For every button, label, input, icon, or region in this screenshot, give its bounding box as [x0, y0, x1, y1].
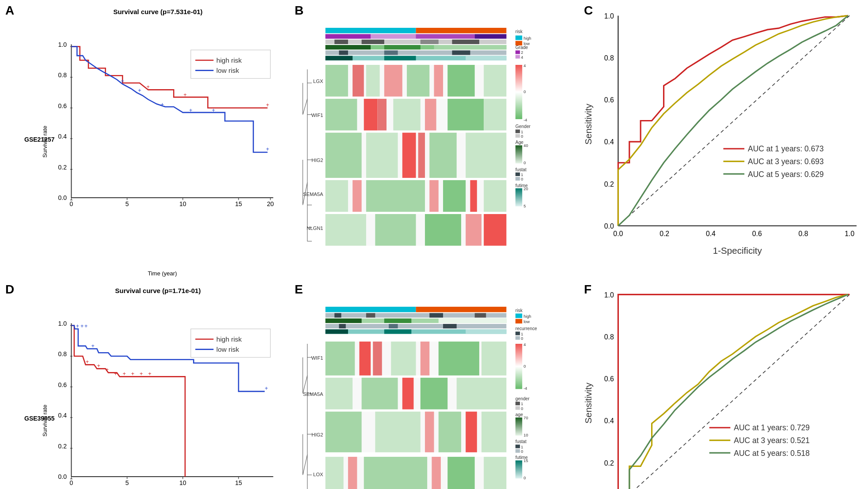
svg-rect-118: [515, 55, 520, 58]
svg-rect-225: [326, 342, 355, 376]
svg-text:HIG2: HIG2: [311, 432, 323, 437]
svg-rect-71: [447, 65, 474, 97]
svg-text:10: 10: [179, 200, 186, 207]
svg-text:+: +: [140, 370, 143, 377]
svg-line-307: [618, 295, 849, 489]
panel-d-label: D: [5, 282, 14, 297]
svg-text:gender: gender: [515, 396, 530, 401]
svg-rect-132: [515, 177, 520, 181]
svg-text:0: 0: [523, 476, 526, 481]
panel-a-title: Survival curve (p=7.531e-01): [31, 4, 285, 15]
heatmap-svg-e: WIF1 SEMA5A HIG2: [294, 286, 574, 489]
svg-rect-111: [515, 65, 522, 119]
panel-a-label: A: [5, 4, 14, 18]
svg-text:+: +: [189, 107, 193, 113]
svg-text:+: +: [106, 366, 109, 373]
svg-text:0.2: 0.2: [660, 230, 669, 237]
svg-rect-78: [326, 99, 357, 131]
roc-svg-f: Sensitivity 1-Specificity 0.0 0.2 0.4 0.…: [583, 286, 864, 489]
svg-rect-67: [434, 65, 443, 97]
svg-text:0.0: 0.0: [613, 230, 623, 237]
svg-rect-233: [362, 378, 398, 410]
svg-rect-247: [432, 457, 440, 489]
svg-rect-243: [481, 412, 506, 452]
svg-text:0.8: 0.8: [58, 71, 67, 79]
svg-text:20: 20: [523, 187, 528, 191]
svg-text:5: 5: [523, 204, 526, 208]
svg-rect-121: [515, 129, 520, 133]
svg-text:0.0: 0.0: [58, 473, 67, 480]
svg-rect-60: [326, 56, 353, 60]
panel-b: B: [289, 0, 579, 279]
svg-text:low risk: low risk: [216, 346, 239, 353]
svg-text:40: 40: [523, 143, 528, 148]
svg-rect-57: [384, 50, 398, 55]
svg-text:+: +: [148, 370, 152, 377]
svg-rect-61: [384, 56, 416, 60]
svg-rect-234: [421, 378, 447, 410]
svg-rect-44: [416, 34, 475, 38]
svg-text:+: +: [122, 370, 126, 377]
panel-b-label: B: [295, 4, 303, 18]
svg-text:0.4: 0.4: [706, 230, 716, 237]
svg-rect-285: [515, 449, 520, 453]
svg-rect-107: [515, 35, 522, 40]
svg-text:high: high: [523, 314, 531, 319]
svg-rect-104: [375, 214, 416, 246]
svg-text:high risk: high risk: [216, 56, 242, 64]
svg-text:1.0: 1.0: [604, 12, 614, 20]
svg-rect-97: [443, 180, 466, 212]
svg-rect-248: [326, 457, 344, 489]
svg-text:1.0: 1.0: [58, 41, 67, 48]
svg-rect-227: [439, 342, 479, 376]
svg-rect-283: [515, 445, 520, 448]
svg-text:+: +: [161, 101, 164, 108]
svg-rect-76: [377, 99, 386, 131]
svg-text:0.2: 0.2: [58, 164, 67, 171]
svg-text:+: +: [212, 107, 216, 113]
svg-text:+: +: [84, 323, 88, 329]
svg-text:0.8: 0.8: [798, 230, 808, 237]
svg-text:+: +: [138, 87, 141, 94]
svg-text:0.6: 0.6: [604, 375, 614, 383]
svg-rect-241: [375, 412, 420, 452]
svg-text:-4: -4: [523, 387, 527, 391]
svg-rect-231: [402, 378, 414, 410]
svg-text:0.8: 0.8: [604, 333, 614, 341]
svg-rect-222: [360, 342, 371, 376]
svg-text:10: 10: [179, 480, 186, 487]
svg-text:HIG2: HIG2: [311, 158, 323, 163]
svg-rect-75: [364, 99, 378, 131]
svg-text:0.6: 0.6: [58, 381, 67, 388]
svg-text:1: 1: [521, 173, 523, 177]
svg-text:1-Specificity: 1-Specificity: [713, 245, 762, 256]
svg-rect-116: [515, 50, 520, 54]
svg-text:+: +: [131, 370, 135, 377]
svg-text:0: 0: [70, 480, 73, 487]
svg-text:0: 0: [521, 134, 523, 139]
svg-text:AUC at 1 years: 0.673: AUC at 1 years: 0.673: [748, 144, 824, 153]
svg-rect-88: [429, 133, 456, 178]
svg-text:0.2: 0.2: [604, 181, 614, 188]
svg-rect-210: [384, 319, 411, 323]
roc-svg-c: Sensitivity 1-Specificity 0.0 0.2 0.4 0.…: [583, 7, 864, 277]
svg-text:2: 2: [521, 50, 523, 55]
svg-rect-98: [484, 180, 506, 212]
svg-rect-288: [515, 461, 522, 479]
svg-text:+: +: [147, 83, 150, 90]
svg-rect-196: [191, 329, 270, 357]
svg-text:+: +: [91, 342, 95, 349]
svg-text:AUC at 3 years: 0.521: AUC at 3 years: 0.521: [734, 436, 810, 445]
svg-rect-249: [364, 457, 427, 489]
svg-text:0.6: 0.6: [604, 96, 614, 104]
svg-rect-274: [515, 402, 520, 405]
svg-text:15: 15: [235, 200, 242, 207]
svg-rect-239: [466, 412, 477, 452]
svg-text:LGX: LGX: [313, 79, 323, 84]
svg-text:70: 70: [523, 416, 528, 420]
svg-text:recurrence: recurrence: [515, 327, 537, 331]
svg-text:5: 5: [125, 480, 129, 487]
svg-rect-135: [515, 188, 522, 207]
svg-rect-202: [416, 307, 507, 312]
panel-c: C Sensitivity 1-Specificity 0.0 0.2 0.4 …: [579, 0, 868, 279]
